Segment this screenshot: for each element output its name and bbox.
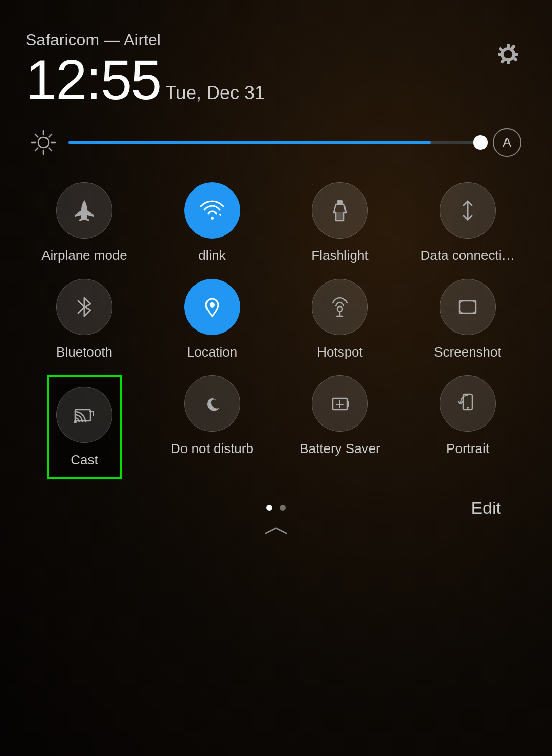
page-dot-1 — [266, 505, 272, 511]
tile-dnd[interactable]: Do not disturb — [153, 375, 271, 479]
tile-hotspot[interactable]: Hotspot — [281, 279, 399, 360]
svg-point-32 — [467, 407, 469, 409]
tile-cast-circle[interactable] — [56, 387, 112, 443]
tile-data[interactable]: Data connecti… — [409, 182, 526, 264]
svg-point-26 — [74, 420, 77, 423]
brightness-thumb[interactable] — [473, 135, 488, 150]
bottom-nav: Edit — [26, 505, 526, 511]
quick-tiles-row1: Airplane mode dlink — [26, 182, 526, 264]
svg-rect-24 — [459, 301, 476, 313]
quick-tiles-row3: Cast Do not disturb — [26, 375, 526, 479]
tile-wifi[interactable]: dlink — [153, 182, 271, 264]
tile-airplane[interactable]: Airplane mode — [26, 182, 143, 264]
svg-line-18 — [35, 148, 38, 151]
brightness-icon — [31, 130, 56, 155]
nav-handle-icon — [261, 526, 291, 536]
brightness-control[interactable]: A — [26, 128, 526, 157]
tile-portrait-label: Portrait — [446, 441, 489, 457]
svg-rect-3 — [507, 60, 510, 64]
tile-location-label: Location — [187, 344, 237, 360]
tile-dnd-label: Do not disturb — [171, 441, 254, 457]
carrier-text: Safaricom — Airtel — [26, 31, 265, 50]
tile-battery-circle[interactable] — [312, 375, 368, 432]
tile-bluetooth-label: Bluetooth — [56, 344, 112, 360]
tile-hotspot-label: Hotspot — [317, 344, 363, 360]
svg-rect-28 — [347, 401, 349, 407]
svg-point-23 — [337, 306, 342, 312]
tile-portrait-circle[interactable] — [440, 375, 496, 432]
tile-airplane-circle[interactable] — [56, 182, 112, 239]
svg-point-1 — [503, 49, 513, 59]
svg-point-10 — [38, 137, 49, 148]
nav-handle-area — [26, 526, 526, 536]
header: Safaricom — Airtel 12:55 Tue, Dec 31 — [26, 31, 526, 108]
tile-bluetooth-circle[interactable] — [56, 279, 112, 335]
brightness-slider-track[interactable] — [68, 141, 480, 144]
tile-bluetooth[interactable]: Bluetooth — [26, 279, 143, 360]
tile-battery[interactable]: Battery Saver — [281, 375, 399, 479]
tile-portrait[interactable]: Portrait — [409, 375, 526, 479]
svg-rect-20 — [335, 212, 344, 221]
settings-button[interactable] — [490, 31, 526, 73]
tile-data-label: Data connecti… — [421, 248, 515, 264]
svg-rect-2 — [507, 44, 510, 48]
tile-screenshot-label: Screenshot — [434, 344, 501, 360]
tile-hotspot-circle[interactable] — [312, 279, 368, 335]
tile-location-circle[interactable] — [184, 279, 240, 335]
tile-data-circle[interactable] — [440, 182, 496, 239]
page-dot-2 — [280, 505, 286, 511]
tile-cast-label: Cast — [71, 452, 98, 468]
clock-date: Tue, Dec 31 — [165, 82, 265, 104]
header-left: Safaricom — Airtel 12:55 Tue, Dec 31 — [26, 31, 265, 108]
tile-cast-wrapper[interactable]: Cast — [26, 375, 143, 479]
tile-flashlight-label: Flashlight — [311, 248, 368, 264]
svg-rect-4 — [514, 53, 518, 56]
tile-battery-label: Battery Saver — [300, 441, 380, 457]
tile-dnd-circle[interactable] — [184, 375, 240, 432]
tile-cast-highlighted[interactable]: Cast — [47, 375, 122, 479]
tile-wifi-label: dlink — [198, 248, 225, 264]
tile-screenshot[interactable]: Screenshot — [409, 279, 526, 360]
tile-location[interactable]: Location — [153, 279, 271, 360]
edit-button[interactable]: Edit — [471, 498, 501, 518]
page-indicators — [266, 505, 286, 511]
tile-flashlight[interactable]: Flashlight — [281, 182, 399, 264]
svg-line-16 — [49, 148, 52, 151]
brightness-fill — [68, 141, 431, 144]
svg-line-15 — [35, 134, 38, 137]
tile-airplane-label: Airplane mode — [41, 248, 127, 264]
clock-time: 12:55 — [26, 52, 161, 108]
quick-tiles-row2: Bluetooth Location — [26, 279, 526, 360]
tile-wifi-circle[interactable] — [184, 182, 240, 239]
auto-brightness-button[interactable]: A — [493, 128, 521, 157]
tile-screenshot-circle[interactable] — [440, 279, 496, 335]
svg-line-17 — [49, 134, 52, 137]
svg-point-22 — [210, 302, 215, 308]
svg-rect-5 — [498, 53, 502, 56]
tile-flashlight-circle[interactable] — [312, 182, 368, 239]
